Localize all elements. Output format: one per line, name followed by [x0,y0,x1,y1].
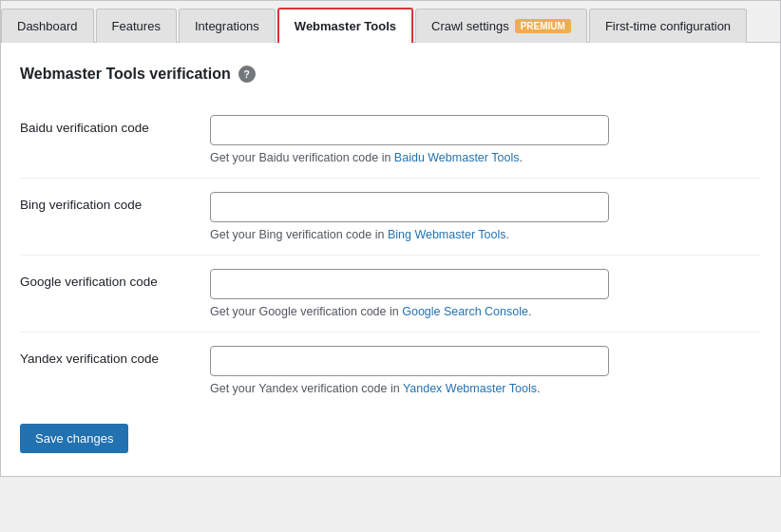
field-baidu: Get your Baidu verification code in Baid… [210,115,761,164]
form-row-google: Google verification codeGet your Google … [20,256,761,332]
main-container: DashboardFeaturesIntegrationsWebmaster T… [0,0,781,477]
field-google: Get your Google verification code in Goo… [210,269,761,318]
label-bing: Bing verification code [20,192,210,212]
link-google[interactable]: Google Search Console [402,305,528,318]
save-button[interactable]: Save changes [20,424,128,453]
premium-badge: Premium [515,19,571,33]
tab-integrations[interactable]: Integrations [179,9,276,43]
input-google[interactable] [210,269,609,299]
description-bing: Get your Bing verification code in Bing … [210,228,761,241]
label-yandex: Yandex verification code [20,346,210,366]
page-title: Webmaster Tools verification ? [20,66,761,83]
tab-bar: DashboardFeaturesIntegrationsWebmaster T… [1,1,780,43]
description-google: Get your Google verification code in Goo… [210,305,761,318]
description-baidu: Get your Baidu verification code in Baid… [210,151,761,164]
form-row-baidu: Baidu verification codeGet your Baidu ve… [20,102,761,178]
label-google: Google verification code [20,269,210,289]
field-bing: Get your Bing verification code in Bing … [210,192,761,241]
link-yandex[interactable]: Yandex Webmaster Tools [403,382,537,395]
link-baidu[interactable]: Baidu Webmaster Tools [394,151,520,164]
tab-label: Crawl settings [431,19,509,33]
link-bing[interactable]: Bing Webmaster Tools [388,228,506,241]
tab-webmaster-tools[interactable]: Webmaster Tools [277,8,413,43]
form-row-bing: Bing verification codeGet your Bing veri… [20,179,761,255]
input-bing[interactable] [210,192,609,222]
tab-dashboard[interactable]: Dashboard [1,9,94,43]
input-baidu[interactable] [210,115,609,145]
fields-container: Baidu verification codeGet your Baidu ve… [20,102,761,408]
field-yandex: Get your Yandex verification code in Yan… [210,346,761,395]
form-row-yandex: Yandex verification codeGet your Yandex … [20,332,761,408]
help-icon[interactable]: ? [238,66,256,83]
tab-features[interactable]: Features [96,9,177,43]
input-yandex[interactable] [210,346,609,376]
page-title-text: Webmaster Tools verification [20,66,231,83]
label-baidu: Baidu verification code [20,115,210,135]
content-area: Webmaster Tools verification ? Baidu ver… [1,43,780,476]
description-yandex: Get your Yandex verification code in Yan… [210,382,761,395]
tab-crawl-settings[interactable]: Crawl settingsPremium [415,9,587,43]
tab-first-time-config[interactable]: First-time configuration [589,9,747,43]
